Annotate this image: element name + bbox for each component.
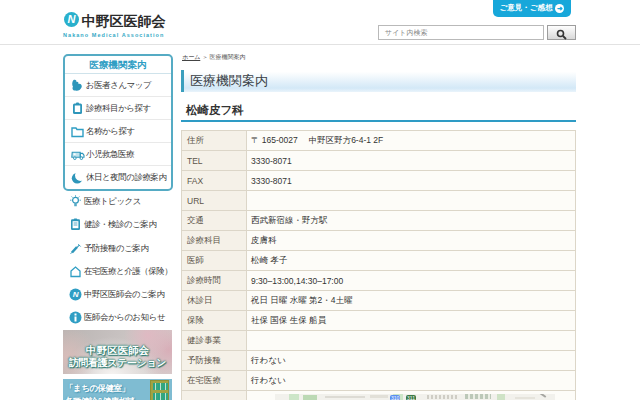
svg-text:N: N xyxy=(73,290,79,299)
